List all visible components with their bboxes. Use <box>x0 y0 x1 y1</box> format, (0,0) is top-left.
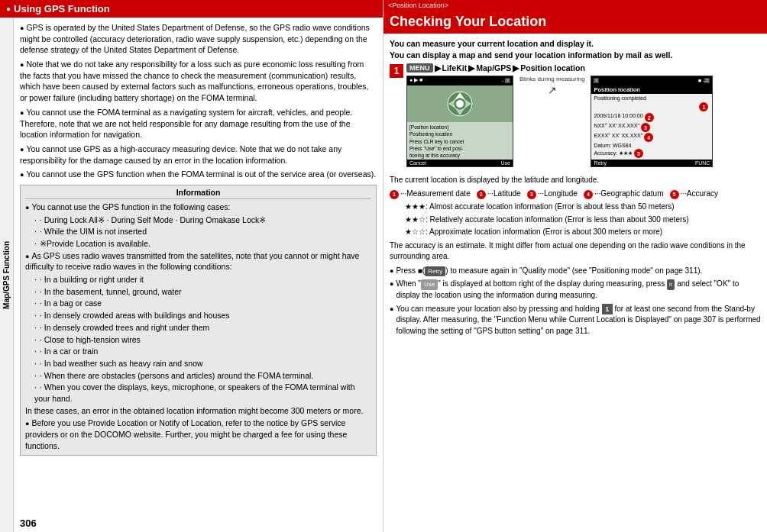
legend-3: 3···Longitude <box>527 189 578 200</box>
svg-point-5 <box>456 100 464 108</box>
info-b2-8: · In bad weather such as heavy rain and … <box>25 358 371 369</box>
step-number-1: 1 <box>390 64 403 78</box>
info-b2-11: In these cases, an error in the obtained… <box>25 405 371 417</box>
nav-mapgps: Map/GPS <box>476 63 511 73</box>
page-number: 306 <box>14 516 383 532</box>
screen-right-footer: Retry FUNC <box>591 160 712 166</box>
legend-items: 1···Measurement date 2···Latitude 3···Lo… <box>390 189 761 200</box>
right-main-title: Checking Your Location <box>384 11 767 34</box>
right-bullet-1: Press ■(Retry) to measure again in "Qual… <box>390 266 761 277</box>
left-bullet-2: Note that we do not take any responsibil… <box>20 59 377 104</box>
nav-position: Position location <box>520 63 585 73</box>
nav-arrow-1: ▶ <box>435 63 441 73</box>
circle-4: 4 <box>644 133 653 142</box>
screens-row: ● ▶ ■ - 圖 <box>406 76 761 167</box>
info-bullet-1: You cannot use the GPS function in the f… <box>25 202 371 213</box>
position-title-bar: Position location <box>591 85 712 94</box>
blink-arrow: ↗ <box>548 84 557 96</box>
sidebar-label: Map/GPS Function <box>2 241 11 309</box>
right-content: You can measure your current location an… <box>384 34 767 532</box>
info-bullet-3: Before you use Provide Location or Notif… <box>25 418 371 451</box>
step-1-row: 1 MENU ▶ LifeKit ▶ Map/GPS ▶ Position lo… <box>390 63 761 170</box>
screen-right-header: 圖 ■ -圖 <box>591 76 712 85</box>
right-bullet-3: You can measure your location also by pr… <box>390 304 761 337</box>
left-panel: Using GPS Function Map/GPS Function GPS … <box>0 0 384 532</box>
nav-arrow-3: ▶ <box>513 63 519 73</box>
info-sub-1: · During Lock All※ · During Self Mode · … <box>25 214 371 226</box>
blink-note: Blinks during measuring <box>519 76 584 82</box>
right-screen: 圖 ■ -圖 Position location Positioning com… <box>591 76 713 167</box>
legend-5: 5···Accuracy <box>670 189 718 200</box>
star-row-3: ★☆☆: Approximate location information (E… <box>405 227 761 238</box>
right-intro: You can measure your current location an… <box>390 38 761 60</box>
left-content: GPS is operated by the United States Dep… <box>14 18 383 516</box>
desc-section: The current location is displayed by the… <box>390 175 761 337</box>
info-b2-3: · In a bag or case <box>25 298 371 309</box>
info-b2-4: · In densely crowded areas with building… <box>25 310 371 321</box>
gps-icon <box>445 89 475 119</box>
sidebar-tab: Map/GPS Function <box>0 18 14 532</box>
desc-intro: The current location is displayed by the… <box>390 175 761 186</box>
left-bullet-4: You cannot use GPS as a high-accuracy me… <box>20 143 377 166</box>
circle-2: 2 <box>645 113 654 122</box>
info-b2-9: · When there are obstacles (persons and … <box>25 370 371 382</box>
star-row-2: ★★☆: Relatively accurate location inform… <box>405 214 761 226</box>
nav-arrow-2: ▶ <box>468 63 474 73</box>
positioning-status: Positioning completed <box>594 95 710 101</box>
menu-button[interactable]: MENU <box>406 63 433 73</box>
right-bullet-2: When "Use" is displayed at bottom right … <box>390 279 761 301</box>
info-b2-10: · When you cover the displays, keys, mic… <box>25 382 371 404</box>
accuracy-note: The accuracy is an estimate. It might di… <box>390 240 761 263</box>
circle-nums-top: 1 <box>594 102 710 111</box>
use-button-inline: Use <box>421 279 438 290</box>
info-bullet-2: As GPS uses radio waves transmitted from… <box>25 250 371 272</box>
left-title-text: Using GPS Function <box>14 3 110 15</box>
retry-button[interactable]: Retry <box>425 266 445 277</box>
info-b2-1: · In a building or right under it <box>25 274 371 285</box>
position-screen-content: Positioning completed 1 2009/11/18 10:00… <box>591 94 712 160</box>
nav-lifekit: LifeKit <box>442 63 468 73</box>
left-wrapper: Map/GPS Function GPS is operated by the … <box>0 18 383 532</box>
info-sub-2: · While the UIM is not inserted <box>25 226 371 237</box>
left-title: Using GPS Function <box>0 0 383 18</box>
info-b2-6: · Close to high-tension wires <box>25 334 371 346</box>
screen-left-body: [Position location] Positioning location… <box>407 122 513 160</box>
circle-1: 1 <box>699 102 708 111</box>
accuracy-row: Accuracy: ★★★ 5 <box>594 149 710 158</box>
left-bullet-5: You cannot use the GPS function when the… <box>20 169 377 180</box>
circle-3: 3 <box>641 123 650 132</box>
legend-4: 4···Geographic datum <box>584 189 664 200</box>
datum-row: Datum: WGS84 <box>594 143 710 148</box>
legend-1: 1···Measurement date <box>390 189 471 200</box>
left-screen-container: ● ▶ ■ - 圖 <box>406 76 513 167</box>
key-1: 1 <box>602 304 613 314</box>
step-1-content: MENU ▶ LifeKit ▶ Map/GPS ▶ Position loca… <box>406 63 761 170</box>
step-nav: MENU ▶ LifeKit ▶ Map/GPS ▶ Position loca… <box>406 63 761 73</box>
info-b2-2: · In the basement, tunnel, ground, water <box>25 286 371 298</box>
nxx-row: NXX° XX′ XX.XXX″ 3 <box>594 123 710 132</box>
info-box-title: Information <box>25 188 371 199</box>
info-box: Information You cannot use the GPS funct… <box>20 185 377 456</box>
left-main: GPS is operated by the United States Dep… <box>14 18 383 532</box>
info-b2-5: · In densely crowded trees and right und… <box>25 322 371 334</box>
screen-left-header: ● ▶ ■ - 圖 <box>407 76 513 85</box>
right-panel: <Position Location> Checking Your Locati… <box>384 0 767 532</box>
exx-row: EXXX° XX′ XX.XXX″ 4 <box>594 133 710 142</box>
right-small-title: <Position Location> <box>384 0 767 11</box>
info-sub-3: ※Provide Location is available. <box>25 238 371 250</box>
blink-area: Blinks during measuring ↗ <box>519 76 584 96</box>
date-row: 2009/11/18 10:00:00 2 <box>594 113 710 122</box>
screen-left-footer: Cancel Use <box>407 160 513 166</box>
ir-icon: ir <box>667 279 675 290</box>
screen-icon-area <box>407 85 513 122</box>
left-screen: ● ▶ ■ - 圖 <box>406 76 513 167</box>
left-bullet-1: GPS is operated by the United States Dep… <box>20 22 377 56</box>
legend-2: 2···Latitude <box>477 189 521 200</box>
circle-5: 5 <box>634 149 643 158</box>
star-row-1: ★★★: Almost accurate location informatio… <box>405 202 761 213</box>
info-b2-7: · In a car or train <box>25 346 371 357</box>
left-bullet-3: You cannot use the FOMA terminal as a na… <box>20 107 377 140</box>
